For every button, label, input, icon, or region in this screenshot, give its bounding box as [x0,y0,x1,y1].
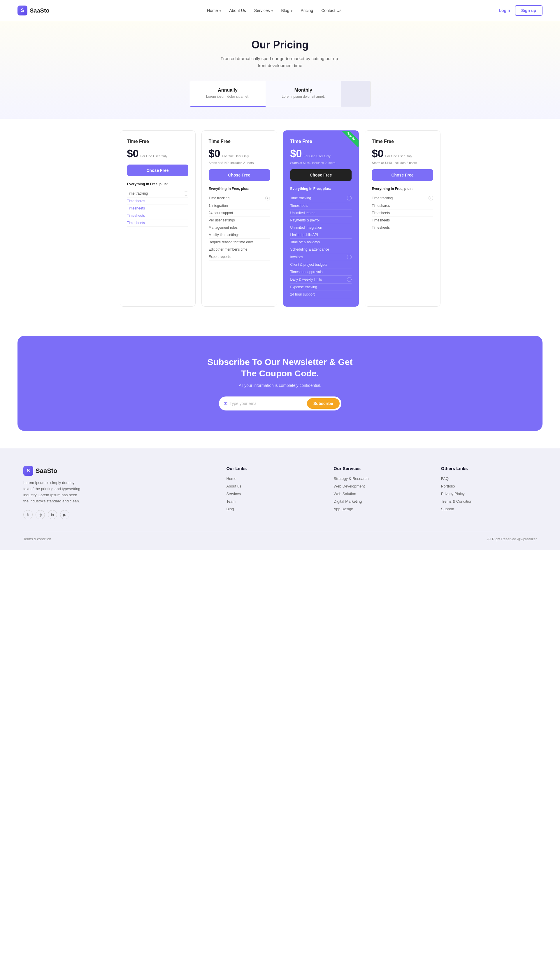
footer-social: 𝕏 ◎ in ▶ [23,510,215,519]
footer-link-privacy[interactable]: Privacy Ploicy [441,492,465,496]
pricing-hero: Our Pricing Fronted dramatically sped ou… [0,21,560,119]
feature-text: Timesheets [127,206,145,210]
list-item: Web Solution [334,491,429,496]
pricing-toggle: Annually Lorem ipsum dolor sit amet. Mon… [155,81,405,107]
feature-text: Timesheet approvals [290,270,323,274]
footer-link-app[interactable]: App Design [334,507,353,511]
feature-item: Unlimited teams [290,209,352,217]
our-services-heading: Our Services [334,466,429,471]
login-button[interactable]: Login [499,8,510,13]
pricing-card-2: Time Free $0 For One User Only Starts at… [202,130,277,307]
footer-link-portfolio[interactable]: Portfolio [441,484,455,488]
price-row-4: $0 For One User Only [372,148,433,160]
feature-text: Timesheets [127,214,145,217]
feature-item: Edit other member's time [209,246,270,253]
footer-others-links: Others Links FAQ Portfolio Privacy Ploic… [441,466,537,519]
info-icon: i [184,191,188,196]
pricing-title: Our Pricing [6,39,554,51]
choose-button-4[interactable]: Chose Free [372,169,433,181]
feature-text: Timeshares [372,204,390,208]
features-heading-2: Everything in Free, plus: [209,187,270,191]
starts-note-2: Starts at $140. Includes 2 users [209,161,270,164]
nav-pricing[interactable]: Pricing [300,8,313,13]
nav-about[interactable]: About Us [229,8,246,13]
feature-item: Modify time settings [209,231,270,239]
logo[interactable]: S SaaSto [17,5,50,15]
feature-text: 1 integration [209,204,228,208]
annually-label: Annually [199,87,257,93]
feature-text: Time tracking [290,196,311,200]
footer-brand-desc: Lorem Ipsum is simply dummy text of the … [23,480,82,504]
newsletter-title: Subscribe To Our Newsletter & Get The Co… [207,356,353,379]
linkedin-icon[interactable]: in [48,510,57,519]
instagram-icon[interactable]: ◎ [35,510,45,519]
feature-text: Daily & weekly limits [290,278,322,281]
choose-button-1[interactable]: Chose Free [127,164,188,176]
feature-item: Expense tracking [290,284,352,291]
feature-text: Timesheets [372,226,390,229]
toggle-monthly[interactable]: Monthly Lorem ipsum dolor sit amet. [265,81,341,107]
price-amount-1: $0 [127,148,139,160]
feature-item: Timesheets [372,209,433,217]
footer-link-faq[interactable]: FAQ [441,477,448,481]
footer-link-digital[interactable]: Digital Marketing [334,499,362,503]
email-input[interactable] [230,401,307,406]
nav-home[interactable]: Home ▾ [207,8,221,13]
info-icon: i [347,255,352,259]
footer-link-webdev[interactable]: Web Development [334,484,365,488]
our-links-list: Home About us Services Team Blog [226,476,322,511]
info-icon: i [347,277,352,282]
list-item: Privacy Ploicy [441,491,537,496]
footer-brand-name: SaaSto [35,467,57,475]
footer-terms[interactable]: Terms & condition [23,537,51,541]
youtube-icon[interactable]: ▶ [60,510,69,519]
starts-note-4: Starts at $140. Includes 2 users [372,161,433,164]
footer-grid: S SaaSto Lorem Ipsum is simply dummy tex… [23,466,537,519]
choose-button-3[interactable]: Chose Free [290,169,352,181]
others-links-heading: Others Links [441,466,537,471]
feature-item: Timesheets [372,224,433,231]
feature-text: Per user settings [209,218,235,222]
newsletter-section: Subscribe To Our Newsletter & Get The Co… [17,336,543,431]
feature-text: Expense tracking [290,285,317,289]
twitter-icon[interactable]: 𝕏 [23,510,33,519]
footer-link-team[interactable]: Team [226,499,235,503]
pricing-card-4: Time Free $0 For One User Only Starts at… [365,130,440,307]
footer-link-support[interactable]: Support [441,507,455,511]
footer-link-home[interactable]: Home [226,477,237,481]
choose-button-2[interactable]: Chose Free [209,169,270,181]
nav-contact[interactable]: Contact Us [321,8,342,13]
footer-link-strategy[interactable]: Strategy & Research [334,477,369,481]
footer-link-blog[interactable]: Blog [226,507,234,511]
price-row-3: $0 For One User Only [290,148,352,160]
toggle-annually[interactable]: Annually Lorem ipsum dolor sit amet. [190,81,265,107]
feature-text: Timeshares [127,199,145,203]
popular-badge: Popular [341,131,358,147]
feature-text: Scheduling & attendance [290,248,329,251]
feature-item: Timesheets [290,202,352,209]
footer-brand: S SaaSto Lorem Ipsum is simply dummy tex… [23,466,215,519]
feature-text: 24 hour support [290,292,315,296]
info-icon: i [428,196,433,201]
signup-button[interactable]: Sign up [515,5,543,16]
chevron-icon: ▾ [291,9,292,13]
list-item: Web Development [334,484,429,488]
feature-text: Timesheets [290,204,308,208]
footer-link-about[interactable]: About us [226,484,241,488]
price-note-2: For One User Only [222,154,249,158]
footer-link-terms[interactable]: Trems & Condition [441,499,472,503]
feature-item: Time tracking i [290,194,352,202]
feature-text: Timesheets [372,211,390,215]
feature-item: 24 hour support [209,209,270,217]
price-note-4: For One User Only [385,154,412,158]
footer-link-services[interactable]: Services [226,492,241,496]
subscribe-button[interactable]: Subscribe [307,398,340,409]
annually-sub: Lorem ipsum dolor sit amet. [199,94,257,99]
nav-blog[interactable]: Blog ▾ [281,8,292,13]
feature-item: 24 hour support [290,291,352,298]
feature-item: Timeshares [127,197,188,205]
list-item: FAQ [441,476,537,481]
feature-text: Unlimited integration [290,226,322,229]
nav-services[interactable]: Services ▾ [254,8,273,13]
footer-link-websolution[interactable]: Web Solution [334,492,356,496]
